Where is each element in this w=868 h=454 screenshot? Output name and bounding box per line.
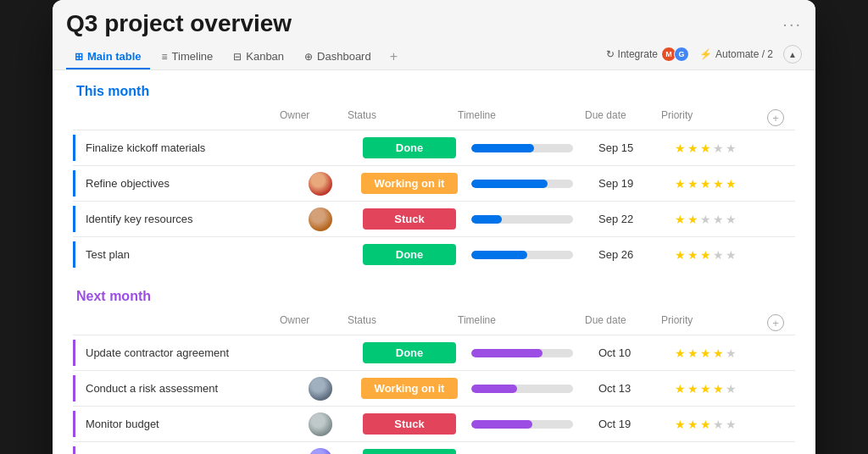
- tab-timeline[interactable]: ≡ Timeline: [153, 45, 222, 69]
- row-name-1: Finalize kickoff materials: [73, 135, 287, 161]
- timeline-bar-6: [471, 385, 573, 393]
- row-name-7: Monitor budget: [73, 411, 287, 437]
- tabs-left: ⊞ Main table ≡ Timeline ⊟ Kanban ⊕ Dashb…: [66, 44, 404, 69]
- star-4: ★: [713, 346, 724, 360]
- col-duedate-header-2: Due date: [585, 314, 661, 331]
- integrate-refresh-icon: ↻: [606, 48, 615, 60]
- kanban-icon: ⊟: [233, 51, 242, 63]
- col-add-header-2[interactable]: +: [763, 314, 788, 331]
- add-column-button-2[interactable]: +: [767, 314, 784, 331]
- tab-main-table[interactable]: ⊞ Main table: [66, 45, 150, 69]
- col-owner-header-2: Owner: [280, 314, 348, 331]
- star-4: ★: [713, 177, 724, 191]
- star-5: ★: [726, 248, 737, 262]
- star-5: ★: [726, 177, 737, 191]
- star-1: ★: [675, 177, 686, 191]
- star-3: ★: [700, 382, 711, 396]
- col-timeline-header: Timeline: [458, 109, 585, 126]
- integrate-label: Integrate: [618, 48, 658, 60]
- row-duedate-1: Sep 15: [592, 141, 668, 154]
- col-status-header: Status: [348, 109, 458, 126]
- section-title-this-month: This month: [73, 84, 795, 99]
- timeline-fill-3: [471, 215, 502, 224]
- row-name-6: Conduct a risk assessment: [73, 375, 287, 401]
- col-add-header-1[interactable]: +: [763, 109, 788, 126]
- row-timeline-7: [465, 420, 592, 429]
- timeline-fill-4: [471, 251, 527, 259]
- tab-kanban[interactable]: ⊟ Kanban: [225, 45, 292, 69]
- add-column-button-1[interactable]: +: [767, 109, 784, 126]
- timeline-fill-1: [471, 144, 534, 152]
- row-duedate-2: Sep 19: [592, 177, 668, 190]
- star-3: ★: [700, 141, 711, 155]
- col-priority-header: Priority: [661, 109, 763, 126]
- row-name-5: Update contractor agreement: [73, 340, 287, 366]
- collapse-button[interactable]: ▲: [783, 45, 802, 64]
- row-owner-7: [287, 412, 354, 436]
- row-status-8: Done: [354, 449, 465, 454]
- timeline-bar-2: [471, 180, 573, 188]
- row-status-5: Done: [354, 342, 465, 363]
- tab-main-table-label: Main table: [87, 50, 142, 63]
- section-title-next-month: Next month: [73, 289, 795, 304]
- timeline-bar-1: [471, 144, 573, 152]
- star-4: ★: [713, 418, 724, 431]
- row-timeline-1: [465, 144, 592, 152]
- row-priority-3: ★ ★ ★ ★ ★: [668, 213, 770, 226]
- row-duedate-6: Oct 13: [592, 382, 668, 395]
- table-row: Refine objectives Working on it Sep 19 ★…: [73, 165, 795, 201]
- row-priority-2: ★ ★ ★ ★ ★: [668, 177, 770, 191]
- star-5: ★: [726, 382, 737, 396]
- table-header-next-month: Owner Status Timeline Due date Priority …: [73, 311, 795, 335]
- star-4: ★: [713, 248, 724, 262]
- star-2: ★: [687, 141, 698, 155]
- tab-add-button[interactable]: +: [383, 44, 404, 69]
- table-row: Develop communication plan Done Oct 22 ★…: [73, 441, 795, 454]
- title-bar: Q3 project overview ··· ⊞ Main table ≡ T…: [53, 0, 815, 70]
- row-duedate-7: Oct 19: [592, 418, 668, 430]
- avatar-8: [309, 448, 332, 455]
- row-priority-1: ★ ★ ★ ★ ★: [668, 141, 770, 155]
- avatar-6: [309, 377, 332, 401]
- status-badge-7: Stuck: [363, 413, 456, 435]
- row-name-4: Test plan: [73, 241, 287, 268]
- row-timeline-5: [465, 349, 592, 357]
- table-row: Monitor budget Stuck Oct 19 ★ ★ ★: [73, 406, 795, 441]
- row-priority-6: ★ ★ ★ ★ ★: [668, 382, 770, 396]
- col-name-header-2: [80, 314, 280, 331]
- table-row: Update contractor agreement Done Oct 10 …: [73, 335, 795, 370]
- status-badge-1: Done: [363, 137, 456, 158]
- col-priority-header-2: Priority: [661, 314, 763, 331]
- tab-dashboard-label: Dashboard: [317, 50, 371, 63]
- tab-dashboard[interactable]: ⊕ Dashboard: [296, 45, 380, 69]
- table-row: Conduct a risk assessment Working on it …: [73, 370, 795, 406]
- col-status-header-2: Status: [348, 314, 458, 331]
- status-badge-4: Done: [363, 244, 456, 265]
- automate-label: Automate / 2: [715, 48, 773, 60]
- row-owner-6: [287, 377, 354, 401]
- table-row: Finalize kickoff materials Done Sep 15 ★…: [73, 130, 795, 165]
- row-name-2: Refine objectives: [73, 170, 287, 197]
- timeline-fill-5: [471, 349, 542, 357]
- more-menu-button[interactable]: ···: [782, 14, 802, 34]
- star-3: ★: [700, 177, 711, 191]
- row-status-4: Done: [354, 244, 465, 265]
- timeline-bar-5: [471, 349, 573, 357]
- row-duedate-3: Sep 22: [592, 213, 668, 225]
- section-next-month: Next month Owner Status Timeline Due dat…: [73, 289, 795, 454]
- row-status-6: Working on it: [354, 378, 465, 399]
- automate-button[interactable]: ⚡ Automate / 2: [699, 48, 773, 60]
- tab-timeline-label: Timeline: [172, 50, 214, 63]
- timeline-bar-4: [471, 251, 573, 259]
- row-duedate-4: Sep 26: [592, 248, 668, 261]
- timeline-icon: ≡: [162, 51, 168, 63]
- star-2: ★: [687, 213, 698, 226]
- automate-icon: ⚡: [699, 48, 712, 60]
- content: This month Owner Status Timeline Due dat…: [53, 70, 815, 454]
- row-owner-2: [287, 172, 354, 196]
- dashboard-icon: ⊕: [304, 51, 313, 63]
- row-name-8: Develop communication plan: [73, 446, 287, 454]
- row-owner-8: [287, 448, 354, 455]
- integrate-button[interactable]: ↻ Integrate M G: [606, 47, 689, 62]
- row-timeline-6: [465, 385, 592, 393]
